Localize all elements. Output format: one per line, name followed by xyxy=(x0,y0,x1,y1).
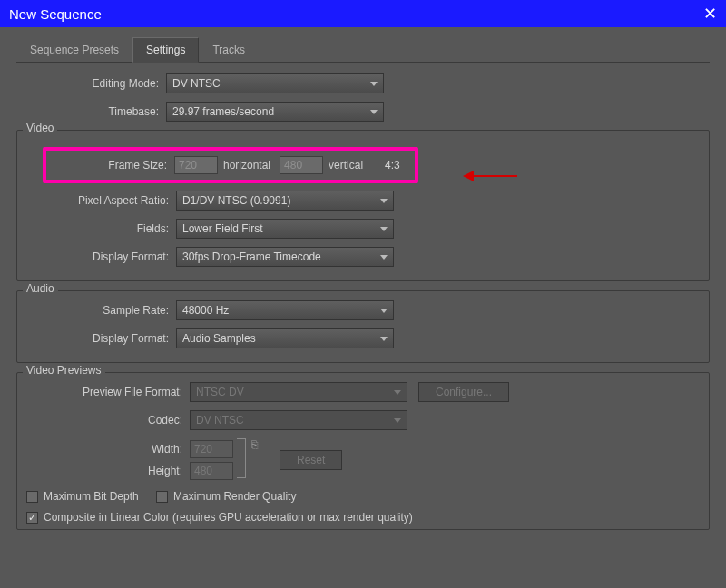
checkbox-box-icon: ✓ xyxy=(26,512,38,524)
dialog-content: Sequence Presets Settings Tracks Editing… xyxy=(0,27,726,530)
video-previews-title: Video Previews xyxy=(23,364,105,377)
preview-height-input xyxy=(190,462,233,480)
row-preview-file-format: Preview File Format: NTSC DV Configure..… xyxy=(26,382,700,402)
row-preview-size: Width: Height: ⎘ Reset xyxy=(26,438,700,482)
audio-display-format-label: Display Format: xyxy=(26,332,176,345)
tab-settings[interactable]: Settings xyxy=(132,37,199,63)
reset-button: Reset xyxy=(280,450,342,470)
row-audio-display-format: Display Format: Audio Samples xyxy=(26,328,700,348)
chevron-down-icon xyxy=(380,199,388,203)
composite-label: Composite in Linear Color (requires GPU … xyxy=(44,511,413,524)
fields-value: Lower Field First xyxy=(182,222,263,235)
par-label: Pixel Aspect Ratio: xyxy=(26,194,176,207)
max-bit-depth-checkbox[interactable]: Maximum Bit Depth xyxy=(26,490,139,503)
audio-display-format-dropdown[interactable]: Audio Samples xyxy=(176,328,394,348)
sample-rate-dropdown[interactable]: 48000 Hz xyxy=(176,300,394,320)
editing-mode-label: Editing Mode: xyxy=(16,77,166,90)
frame-width-input[interactable] xyxy=(174,156,218,174)
max-render-quality-checkbox[interactable]: Maximum Render Quality xyxy=(156,490,296,503)
codec-label: Codec: xyxy=(26,414,190,426)
sample-rate-value: 48000 Hz xyxy=(182,304,229,317)
max-bit-depth-label: Maximum Bit Depth xyxy=(44,490,139,503)
preview-file-format-label: Preview File Format: xyxy=(26,386,190,398)
audio-section-title: Audio xyxy=(23,282,58,295)
chevron-down-icon xyxy=(380,227,388,231)
timebase-label: Timebase: xyxy=(16,105,166,118)
audio-display-format-value: Audio Samples xyxy=(182,332,256,345)
chevron-down-icon xyxy=(380,255,388,260)
tab-bar: Sequence Presets Settings Tracks xyxy=(16,36,710,63)
close-icon[interactable]: ✕ xyxy=(703,5,717,22)
row-fields: Fields: Lower Field First xyxy=(26,219,700,239)
preview-width-input xyxy=(190,440,233,458)
video-previews-group: Video Previews Preview File Format: NTSC… xyxy=(16,372,710,530)
video-display-format-value: 30fps Drop-Frame Timecode xyxy=(182,250,321,263)
chevron-down-icon xyxy=(394,418,401,423)
editing-mode-value: DV NTSC xyxy=(172,77,221,90)
par-value: D1/DV NTSC (0.9091) xyxy=(182,194,290,207)
row-pixel-aspect-ratio: Pixel Aspect Ratio: D1/DV NTSC (0.9091) xyxy=(26,191,700,211)
timebase-dropdown[interactable]: 29.97 frames/second xyxy=(166,102,384,122)
window-titlebar: New Sequence ✕ xyxy=(0,0,726,27)
chevron-down-icon xyxy=(380,309,388,313)
chevron-down-icon xyxy=(380,337,388,341)
bracket-icon xyxy=(237,438,246,478)
row-codec: Codec: DV NTSC xyxy=(26,410,700,430)
composite-linear-checkbox[interactable]: ✓ Composite in Linear Color (requires GP… xyxy=(26,511,413,524)
checkbox-box-icon xyxy=(156,491,168,503)
codec-value: DV NTSC xyxy=(196,414,244,426)
preview-file-format-value: NTSC DV xyxy=(196,386,244,398)
horizontal-label: horizontal xyxy=(223,159,270,172)
preview-width-label: Width: xyxy=(26,438,190,460)
preview-height-label: Height: xyxy=(26,460,190,482)
configure-button: Configure... xyxy=(418,382,509,402)
fields-label: Fields: xyxy=(26,222,176,235)
max-render-quality-label: Maximum Render Quality xyxy=(173,490,296,503)
link-icon[interactable]: ⎘ xyxy=(246,438,263,451)
preview-file-format-dropdown: NTSC DV xyxy=(190,382,407,402)
chevron-down-icon xyxy=(394,390,401,395)
row-sample-rate: Sample Rate: 48000 Hz xyxy=(26,300,700,320)
video-display-format-label: Display Format: xyxy=(26,250,176,263)
row-timebase: Timebase: 29.97 frames/second xyxy=(16,102,710,122)
sample-rate-label: Sample Rate: xyxy=(26,304,176,317)
video-group: Video Frame Size: horizontal vertical 4:… xyxy=(16,130,710,281)
tab-tracks[interactable]: Tracks xyxy=(199,37,259,63)
chevron-down-icon xyxy=(370,110,378,114)
tab-sequence-presets[interactable]: Sequence Presets xyxy=(16,37,132,63)
frame-size-label: Frame Size: xyxy=(52,159,174,172)
row-editing-mode: Editing Mode: DV NTSC xyxy=(16,74,710,93)
window-title: New Sequence xyxy=(9,6,102,22)
editing-mode-dropdown[interactable]: DV NTSC xyxy=(166,74,384,93)
chevron-down-icon xyxy=(370,82,378,86)
timebase-value: 29.97 frames/second xyxy=(172,105,274,118)
fields-dropdown[interactable]: Lower Field First xyxy=(176,219,394,239)
par-dropdown[interactable]: D1/DV NTSC (0.9091) xyxy=(176,191,394,211)
video-display-format-dropdown[interactable]: 30fps Drop-Frame Timecode xyxy=(176,247,394,267)
row-video-display-format: Display Format: 30fps Drop-Frame Timecod… xyxy=(26,247,700,267)
video-section-title: Video xyxy=(23,122,57,134)
frame-size-row-highlight: Frame Size: horizontal vertical 4:3 xyxy=(43,147,418,183)
vertical-label: vertical xyxy=(329,159,363,172)
aspect-ratio-value: 4:3 xyxy=(385,159,400,172)
codec-dropdown: DV NTSC xyxy=(190,410,407,430)
frame-height-input[interactable] xyxy=(280,156,323,174)
audio-group: Audio Sample Rate: 48000 Hz Display Form… xyxy=(16,290,710,363)
checkbox-box-icon xyxy=(26,491,38,503)
